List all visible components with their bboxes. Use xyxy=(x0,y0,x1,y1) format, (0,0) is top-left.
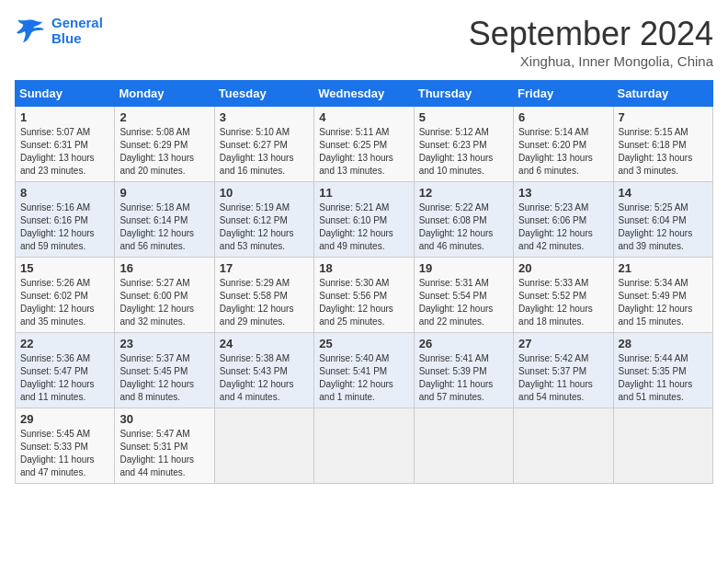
calendar-cell: 29Sunrise: 5:45 AM Sunset: 5:33 PM Dayli… xyxy=(16,408,115,484)
day-number: 17 xyxy=(220,261,309,275)
day-info: Sunrise: 5:40 AM Sunset: 5:41 PM Dayligh… xyxy=(319,352,408,404)
calendar-cell: 11Sunrise: 5:21 AM Sunset: 6:10 PM Dayli… xyxy=(314,182,414,258)
day-info: Sunrise: 5:25 AM Sunset: 6:04 PM Dayligh… xyxy=(619,201,708,253)
calendar-week-row: 1Sunrise: 5:07 AM Sunset: 6:31 PM Daylig… xyxy=(16,107,713,182)
calendar-cell: 24Sunrise: 5:38 AM Sunset: 5:43 PM Dayli… xyxy=(214,333,313,408)
day-number: 11 xyxy=(319,186,408,200)
day-info: Sunrise: 5:36 AM Sunset: 5:47 PM Dayligh… xyxy=(20,352,109,404)
day-number: 28 xyxy=(619,337,708,350)
calendar-cell: 22Sunrise: 5:36 AM Sunset: 5:47 PM Dayli… xyxy=(16,333,115,408)
calendar-cell: 14Sunrise: 5:25 AM Sunset: 6:04 PM Dayli… xyxy=(613,182,712,258)
calendar-cell: 20Sunrise: 5:33 AM Sunset: 5:52 PM Dayli… xyxy=(514,258,613,333)
day-info: Sunrise: 5:38 AM Sunset: 5:43 PM Dayligh… xyxy=(220,352,309,404)
day-info: Sunrise: 5:26 AM Sunset: 6:02 PM Dayligh… xyxy=(20,277,109,328)
day-number: 9 xyxy=(119,186,209,200)
calendar-header-friday: Friday xyxy=(514,81,613,107)
day-number: 24 xyxy=(220,337,309,350)
day-number: 6 xyxy=(518,110,608,124)
day-info: Sunrise: 5:31 AM Sunset: 5:54 PM Dayligh… xyxy=(419,277,508,328)
calendar-cell: 4Sunrise: 5:11 AM Sunset: 6:25 PM Daylig… xyxy=(314,107,414,182)
calendar-header-thursday: Thursday xyxy=(414,81,513,107)
day-number: 16 xyxy=(119,261,209,275)
calendar-cell: 12Sunrise: 5:22 AM Sunset: 6:08 PM Dayli… xyxy=(414,182,513,258)
day-info: Sunrise: 5:45 AM Sunset: 5:33 PM Dayligh… xyxy=(20,428,109,479)
calendar-cell: 16Sunrise: 5:27 AM Sunset: 6:00 PM Dayli… xyxy=(115,258,214,333)
day-info: Sunrise: 5:42 AM Sunset: 5:37 PM Dayligh… xyxy=(518,352,608,404)
day-info: Sunrise: 5:10 AM Sunset: 6:27 PM Dayligh… xyxy=(220,126,309,178)
title-area: September 2024 Xinghua, Inner Mongolia, … xyxy=(469,15,713,69)
day-number: 7 xyxy=(619,110,708,124)
calendar-cell xyxy=(613,408,712,484)
day-number: 23 xyxy=(119,337,209,350)
calendar-week-row: 15Sunrise: 5:26 AM Sunset: 6:02 PM Dayli… xyxy=(16,258,713,333)
day-info: Sunrise: 5:12 AM Sunset: 6:23 PM Dayligh… xyxy=(419,126,508,178)
day-number: 29 xyxy=(20,412,109,426)
day-number: 4 xyxy=(319,110,408,124)
day-number: 12 xyxy=(419,186,508,200)
calendar-cell xyxy=(514,408,613,484)
calendar-cell: 15Sunrise: 5:26 AM Sunset: 6:02 PM Dayli… xyxy=(16,258,115,333)
day-info: Sunrise: 5:15 AM Sunset: 6:18 PM Dayligh… xyxy=(619,126,708,178)
calendar-table: SundayMondayTuesdayWednesdayThursdayFrid… xyxy=(15,80,713,484)
day-number: 26 xyxy=(419,337,508,350)
day-info: Sunrise: 5:27 AM Sunset: 6:00 PM Dayligh… xyxy=(119,277,209,328)
day-number: 20 xyxy=(518,261,608,275)
calendar-cell: 9Sunrise: 5:18 AM Sunset: 6:14 PM Daylig… xyxy=(115,182,214,258)
calendar-cell: 7Sunrise: 5:15 AM Sunset: 6:18 PM Daylig… xyxy=(613,107,712,182)
day-number: 30 xyxy=(119,412,209,426)
day-info: Sunrise: 5:16 AM Sunset: 6:16 PM Dayligh… xyxy=(20,201,109,253)
day-info: Sunrise: 5:44 AM Sunset: 5:35 PM Dayligh… xyxy=(619,352,708,404)
calendar-cell: 3Sunrise: 5:10 AM Sunset: 6:27 PM Daylig… xyxy=(214,107,313,182)
calendar-cell xyxy=(214,408,313,484)
day-number: 22 xyxy=(20,337,109,350)
calendar-cell: 21Sunrise: 5:34 AM Sunset: 5:49 PM Dayli… xyxy=(613,258,712,333)
subtitle: Xinghua, Inner Mongolia, China xyxy=(469,53,713,69)
calendar-header-monday: Monday xyxy=(115,81,214,107)
day-info: Sunrise: 5:11 AM Sunset: 6:25 PM Dayligh… xyxy=(319,126,408,178)
day-info: Sunrise: 5:19 AM Sunset: 6:12 PM Dayligh… xyxy=(220,201,309,253)
day-info: Sunrise: 5:41 AM Sunset: 5:39 PM Dayligh… xyxy=(419,352,508,404)
main-title: September 2024 xyxy=(469,15,713,53)
calendar-header-sunday: Sunday xyxy=(16,81,115,107)
day-number: 3 xyxy=(220,110,309,124)
calendar-cell: 1Sunrise: 5:07 AM Sunset: 6:31 PM Daylig… xyxy=(16,107,115,182)
calendar-week-row: 29Sunrise: 5:45 AM Sunset: 5:33 PM Dayli… xyxy=(16,408,713,484)
calendar-header-tuesday: Tuesday xyxy=(214,81,313,107)
day-info: Sunrise: 5:37 AM Sunset: 5:45 PM Dayligh… xyxy=(119,352,209,404)
day-number: 10 xyxy=(220,186,309,200)
calendar-cell: 17Sunrise: 5:29 AM Sunset: 5:58 PM Dayli… xyxy=(214,258,313,333)
day-info: Sunrise: 5:08 AM Sunset: 6:29 PM Dayligh… xyxy=(119,126,209,178)
day-info: Sunrise: 5:33 AM Sunset: 5:52 PM Dayligh… xyxy=(518,277,608,328)
day-info: Sunrise: 5:18 AM Sunset: 6:14 PM Dayligh… xyxy=(119,201,209,253)
calendar-cell: 13Sunrise: 5:23 AM Sunset: 6:06 PM Dayli… xyxy=(514,182,613,258)
calendar-cell: 8Sunrise: 5:16 AM Sunset: 6:16 PM Daylig… xyxy=(16,182,115,258)
day-number: 5 xyxy=(419,110,508,124)
day-info: Sunrise: 5:22 AM Sunset: 6:08 PM Dayligh… xyxy=(419,201,508,253)
day-number: 13 xyxy=(518,186,608,200)
day-info: Sunrise: 5:21 AM Sunset: 6:10 PM Dayligh… xyxy=(319,201,408,253)
calendar-cell xyxy=(414,408,513,484)
day-number: 1 xyxy=(20,110,109,124)
day-number: 18 xyxy=(319,261,408,275)
day-number: 2 xyxy=(119,110,209,124)
day-info: Sunrise: 5:23 AM Sunset: 6:06 PM Dayligh… xyxy=(518,201,608,253)
day-number: 27 xyxy=(518,337,608,350)
calendar-cell: 5Sunrise: 5:12 AM Sunset: 6:23 PM Daylig… xyxy=(414,107,513,182)
calendar-cell: 23Sunrise: 5:37 AM Sunset: 5:45 PM Dayli… xyxy=(115,333,214,408)
calendar-cell: 30Sunrise: 5:47 AM Sunset: 5:31 PM Dayli… xyxy=(115,408,214,484)
day-info: Sunrise: 5:07 AM Sunset: 6:31 PM Dayligh… xyxy=(20,126,109,178)
day-number: 14 xyxy=(619,186,708,200)
day-number: 15 xyxy=(20,261,109,275)
calendar-cell xyxy=(314,408,414,484)
calendar-cell: 25Sunrise: 5:40 AM Sunset: 5:41 PM Dayli… xyxy=(314,333,414,408)
calendar-cell: 18Sunrise: 5:30 AM Sunset: 5:56 PM Dayli… xyxy=(314,258,414,333)
day-info: Sunrise: 5:29 AM Sunset: 5:58 PM Dayligh… xyxy=(220,277,309,328)
calendar-header-saturday: Saturday xyxy=(613,81,712,107)
calendar-header-row: SundayMondayTuesdayWednesdayThursdayFrid… xyxy=(16,81,713,107)
day-number: 8 xyxy=(20,186,109,200)
calendar-cell: 6Sunrise: 5:14 AM Sunset: 6:20 PM Daylig… xyxy=(514,107,613,182)
header: General Blue September 2024 Xinghua, Inn… xyxy=(15,15,713,69)
day-info: Sunrise: 5:47 AM Sunset: 5:31 PM Dayligh… xyxy=(119,428,209,479)
logo-bird-icon xyxy=(15,17,48,44)
calendar-cell: 2Sunrise: 5:08 AM Sunset: 6:29 PM Daylig… xyxy=(115,107,214,182)
